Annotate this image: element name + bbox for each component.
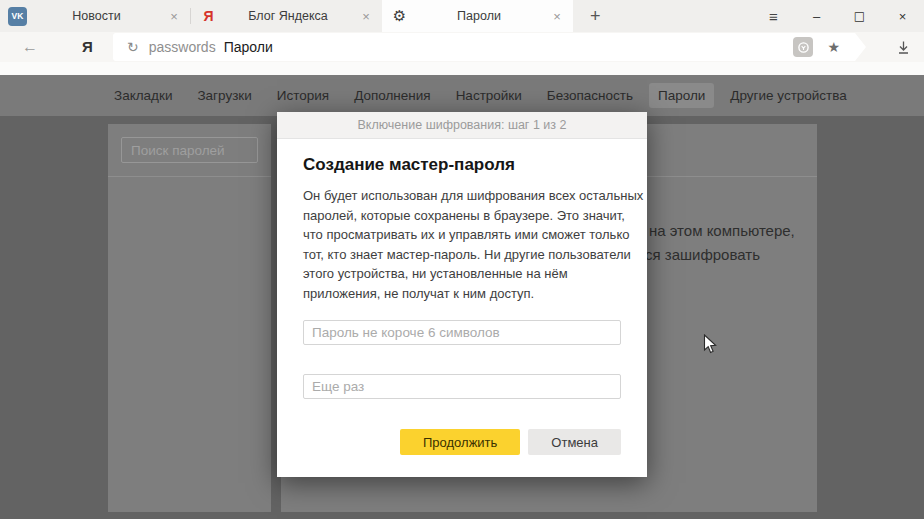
- tab-paroli-active[interactable]: ⚙ Пароли ×: [382, 0, 573, 32]
- dialog-description-line: Он будет использован для шифрования всех…: [303, 186, 621, 206]
- nav-history: История: [268, 83, 338, 108]
- tab-title: Блог Яндекса: [218, 9, 358, 23]
- dialog-description-line: этого устройства, ни установленные на нё…: [303, 264, 621, 284]
- address-bar-input[interactable]: ↻ passwords Пароли ★: [113, 33, 866, 61]
- dialog-description: Он будет использован для шифрования всех…: [303, 186, 621, 303]
- background-partial-text: на этом компьютере,: [649, 222, 795, 239]
- dialog-description-line: паролей, которые сохранены в браузере. Э…: [303, 206, 621, 226]
- mouse-cursor: [703, 334, 718, 359]
- continue-button[interactable]: Продолжить: [400, 429, 520, 455]
- refresh-icon[interactable]: ↻: [127, 39, 139, 55]
- dialog-description-line: приложения, не получат к ним доступ.: [303, 284, 621, 304]
- vk-favicon-icon: VK: [8, 7, 27, 26]
- menu-icon[interactable]: ≡: [752, 0, 795, 32]
- nav-downloads: Загрузки: [188, 83, 260, 108]
- url-keyword: passwords: [149, 39, 216, 55]
- gear-favicon-icon: ⚙: [390, 7, 409, 25]
- minimize-button[interactable]: –: [795, 0, 838, 32]
- tab-close-icon[interactable]: ×: [166, 9, 182, 24]
- window-controls: ≡ – □ ×: [752, 0, 924, 32]
- dialog-description-line: тот, кто знает мастер-пароль. Ни другие …: [303, 245, 621, 265]
- background-partial-text: ся зашифровать: [645, 246, 760, 263]
- dialog-buttons: Продолжить Отмена: [303, 429, 621, 455]
- new-tab-button[interactable]: +: [590, 7, 601, 25]
- page-top-strip: [0, 62, 924, 75]
- yandex-favicon-icon: Я: [199, 8, 218, 24]
- repeat-password-input[interactable]: [303, 374, 621, 399]
- cancel-button[interactable]: Отмена: [528, 429, 621, 455]
- tab-close-icon[interactable]: ×: [549, 9, 565, 24]
- passwords-list-panel: [108, 124, 271, 512]
- protect-badge-icon[interactable]: [793, 37, 813, 57]
- settings-nav: Закладки Загрузки История Дополнения Нас…: [0, 75, 924, 116]
- nav-bookmarks: Закладки: [105, 83, 181, 108]
- back-arrow-icon[interactable]: ←: [22, 38, 38, 56]
- master-password-dialog: Включение шифрования: шаг 1 из 2 Создани…: [277, 112, 647, 477]
- nav-security: Безопасность: [538, 83, 642, 108]
- tab-blog-yandeksa[interactable]: Я Блог Яндекса ×: [191, 0, 382, 32]
- tab-title: Пароли: [409, 9, 549, 23]
- dialog-content: Создание мастер-пароля Он будет использо…: [277, 155, 647, 477]
- tab-title: Новости: [27, 9, 166, 23]
- tab-bar: VK Новости × Я Блог Яндекса × ⚙ Пароли ×…: [0, 0, 924, 32]
- master-password-input[interactable]: [303, 320, 621, 345]
- nav-other-devices: Другие устройства: [721, 83, 856, 108]
- address-toolbar: ← Я ↻ passwords Пароли ★: [0, 32, 924, 62]
- nav-settings: Настройки: [447, 83, 531, 108]
- browser-window: VK Новости × Я Блог Яндекса × ⚙ Пароли ×…: [0, 0, 924, 519]
- tab-novosti[interactable]: VK Новости ×: [0, 0, 190, 32]
- dialog-title: Создание мастер-пароля: [303, 155, 621, 175]
- maximize-button[interactable]: □: [838, 0, 881, 32]
- yandex-logo-icon[interactable]: Я: [82, 38, 93, 55]
- download-icon[interactable]: [895, 39, 912, 60]
- url-page-title: Пароли: [224, 39, 273, 55]
- close-window-button[interactable]: ×: [881, 0, 924, 32]
- bookmark-star-icon[interactable]: ★: [827, 39, 840, 55]
- dialog-step-header: Включение шифрования: шаг 1 из 2: [277, 112, 647, 139]
- password-search-input: [121, 137, 258, 163]
- dialog-description-line: что просматривать их и управлять ими смо…: [303, 225, 621, 245]
- nav-passwords-active: Пароли: [649, 83, 714, 108]
- nav-extensions: Дополнения: [345, 83, 439, 108]
- passwords-list-header: [108, 124, 271, 177]
- tab-close-icon[interactable]: ×: [358, 9, 374, 24]
